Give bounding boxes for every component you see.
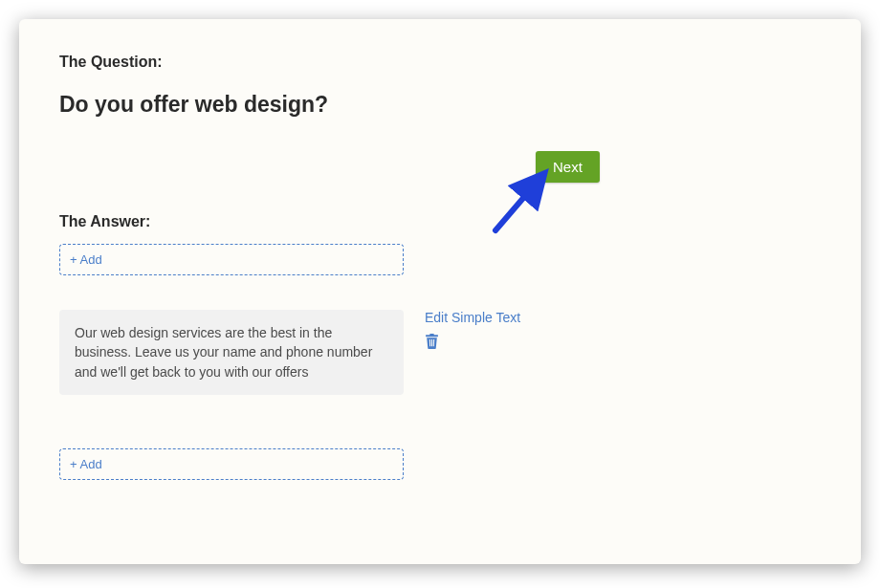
- question-text: Do you offer web design?: [59, 92, 821, 118]
- add-answer-bottom-button[interactable]: + Add: [59, 448, 404, 480]
- question-label: The Question:: [59, 54, 821, 71]
- answer-actions: Edit Simple Text: [425, 310, 520, 349]
- answer-label: The Answer:: [59, 213, 821, 230]
- editor-panel: The Question: Do you offer web design? N…: [19, 19, 861, 564]
- trash-icon[interactable]: [425, 333, 439, 349]
- next-button[interactable]: Next: [536, 151, 600, 183]
- answer-card: Our web design services are the best in …: [59, 310, 404, 395]
- answer-row: Our web design services are the best in …: [59, 310, 821, 395]
- edit-simple-text-link[interactable]: Edit Simple Text: [425, 310, 520, 325]
- add-answer-top-button[interactable]: + Add: [59, 244, 404, 275]
